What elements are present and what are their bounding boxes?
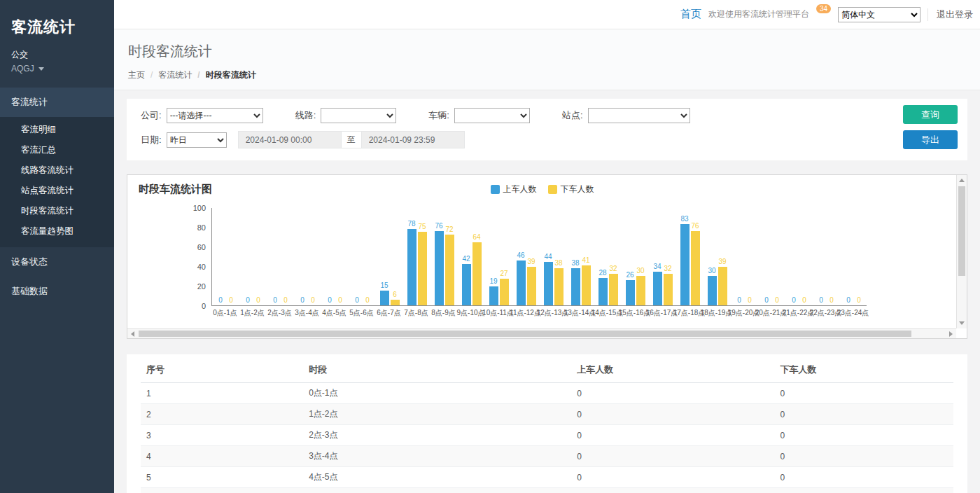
plot-column: 0000000000001567875767242641927463944383… xyxy=(211,208,867,318)
bar-value-label: 78 xyxy=(407,220,415,228)
bar-value-label: 30 xyxy=(636,267,644,275)
table-row: 21点-2点00 xyxy=(141,404,953,425)
x-axis-label: 9点-10点 xyxy=(457,308,484,318)
table-cell: 2点-3点 xyxy=(303,425,571,446)
sidebar-section-base-data[interactable]: 基础数据 xyxy=(0,277,114,306)
bar-value-label: 0 xyxy=(338,296,342,305)
sidebar-section-passenger-stats[interactable]: 客流统计 xyxy=(0,88,114,117)
table-cell: 5 xyxy=(141,467,303,488)
page-title: 时段客流统计 xyxy=(128,42,980,61)
header-alighting: 下车人数 xyxy=(775,357,953,383)
table-cell: 5点-6点 xyxy=(303,488,571,493)
vehicle-filter: 车辆: xyxy=(428,108,530,123)
legend-item-boarding[interactable]: 上车人数 xyxy=(491,183,537,195)
station-label: 站点: xyxy=(562,109,583,122)
bar-value-label: 44 xyxy=(544,253,552,261)
bar-value-label: 0 xyxy=(775,296,779,305)
scroll-right-icon[interactable] xyxy=(949,331,953,337)
bar-group: 7875 xyxy=(403,208,430,305)
x-axis-label: 10点-11点 xyxy=(484,308,512,318)
table-cell: 0 xyxy=(571,446,774,467)
language-select[interactable]: 简体中文 xyxy=(838,7,920,22)
line-select[interactable] xyxy=(321,108,396,123)
horizontal-scrollbar-thumb[interactable] xyxy=(139,331,911,337)
bar-group: 00 xyxy=(813,208,840,305)
chart-header: 时段车流统计图 上车人数 下车人数 xyxy=(139,183,946,198)
date-end-input[interactable] xyxy=(361,131,465,148)
sidebar-item-passenger-detail[interactable]: 客流明细 xyxy=(0,120,114,140)
bar-value-label: 0 xyxy=(311,296,315,305)
table-cell: 0 xyxy=(571,404,774,425)
chart-bar-boarding xyxy=(571,268,580,305)
notification-badge[interactable]: 34 xyxy=(816,4,831,13)
filter-panel: 公司: ---请选择--- 线路: 车辆: 站点: xyxy=(127,99,967,160)
x-axis-label: 2点-3点 xyxy=(266,308,293,318)
bar-value-label: 76 xyxy=(691,222,699,230)
x-axis-label: 12点-13点 xyxy=(539,308,566,318)
logout-link[interactable]: 退出登录 xyxy=(927,8,973,21)
date-start-input[interactable] xyxy=(238,131,342,148)
legend-swatch-alighting-icon xyxy=(548,185,557,194)
scroll-down-icon[interactable] xyxy=(959,321,965,325)
bar-value-label: 38 xyxy=(571,259,579,268)
bar-value-label: 0 xyxy=(300,296,304,305)
bar-value-label: 42 xyxy=(462,255,470,263)
table-cell: 0 xyxy=(775,404,953,425)
vertical-scrollbar[interactable] xyxy=(956,175,967,328)
header-period: 时段 xyxy=(303,357,571,383)
sidebar-item-period-stats[interactable]: 时段客流统计 xyxy=(0,201,114,221)
breadcrumb-passenger-stats[interactable]: 客流统计 xyxy=(145,69,192,81)
bar-value-label: 0 xyxy=(355,296,359,305)
bar-group: 3432 xyxy=(649,208,676,305)
user-dropdown[interactable]: AQGJ xyxy=(0,62,114,88)
sidebar: 客流统计 公交 AQGJ 客流统计 客流明细 客流汇总 线路客流统计 站点客流统… xyxy=(0,0,114,493)
home-link[interactable]: 首页 xyxy=(680,8,701,21)
company-select[interactable]: ---请选择--- xyxy=(167,108,263,123)
station-select[interactable] xyxy=(588,108,690,123)
chart-bar-alighting xyxy=(472,242,482,305)
sidebar-item-passenger-summary[interactable]: 客流汇总 xyxy=(0,140,114,160)
bar-value-label: 46 xyxy=(517,251,524,260)
bar-value-label: 27 xyxy=(500,270,507,278)
chart-bar-alighting xyxy=(582,265,591,305)
scroll-up-icon[interactable] xyxy=(959,179,965,182)
vehicle-select[interactable] xyxy=(454,108,530,123)
bar-value-label: 0 xyxy=(830,296,834,305)
bar-value-label: 72 xyxy=(445,225,453,234)
chart-bar-boarding xyxy=(680,224,690,305)
table-cell: 3点-4点 xyxy=(303,446,571,467)
bar-value-label: 0 xyxy=(328,296,332,305)
table-cell: 0 xyxy=(775,488,953,493)
sidebar-item-trend-chart[interactable]: 客流量趋势图 xyxy=(0,221,114,242)
date-filter: 日期: 昨日 至 xyxy=(141,131,465,148)
bar-group: 00 xyxy=(840,208,867,305)
bar-group: 00 xyxy=(349,208,376,305)
bar-group: 00 xyxy=(731,208,758,305)
bar-value-label: 30 xyxy=(708,267,715,275)
x-axis-label: 18点-19点 xyxy=(703,308,730,318)
scroll-left-icon[interactable] xyxy=(131,331,134,337)
chart-bar-boarding xyxy=(407,229,416,305)
chart-bar-alighting xyxy=(609,274,618,305)
header-boarding: 上车人数 xyxy=(571,357,774,383)
export-button[interactable]: 导出 xyxy=(903,130,958,149)
query-button[interactable]: 查询 xyxy=(903,105,958,124)
bar-value-label: 0 xyxy=(802,296,806,305)
x-axis-label: 21点-22点 xyxy=(785,308,812,318)
horizontal-scrollbar[interactable] xyxy=(127,328,956,338)
date-preset-select[interactable]: 昨日 xyxy=(167,132,227,148)
line-filter: 线路: xyxy=(295,108,397,123)
chart-body: 100806040200 000000000000156787576724264… xyxy=(139,208,946,318)
sidebar-item-station-stats[interactable]: 站点客流统计 xyxy=(0,181,114,201)
sidebar-item-line-stats[interactable]: 线路客流统计 xyxy=(0,160,114,181)
breadcrumb-home[interactable]: 主页 xyxy=(128,69,145,81)
sidebar-section-device-status[interactable]: 设备状态 xyxy=(0,247,114,277)
chart-card: 时段车流统计图 上车人数 下车人数 xyxy=(127,174,967,339)
vertical-scrollbar-thumb[interactable] xyxy=(958,186,965,276)
period-table: 序号 时段 上车人数 下车人数 10点-1点0021点-2点0032点-3点00… xyxy=(141,357,953,493)
bar-group: 00 xyxy=(267,208,294,305)
bar-value-label: 6 xyxy=(393,291,397,299)
bar-value-label: 34 xyxy=(653,263,661,271)
legend-item-alighting[interactable]: 下车人数 xyxy=(548,183,594,195)
bar-value-label: 0 xyxy=(764,296,769,305)
